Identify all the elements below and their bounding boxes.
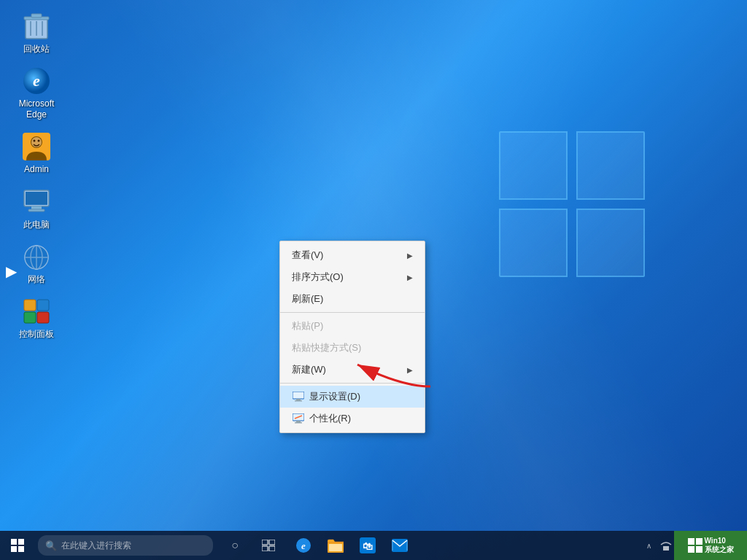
svg-text:🛍: 🛍 [363, 540, 373, 552]
context-menu-item-personalize[interactable]: 个性化(R) [280, 408, 425, 429]
context-menu-refresh-label: 刷新(E) [292, 292, 323, 306]
admin-label: Admin [24, 164, 49, 174]
context-menu-separator-2 [280, 383, 425, 384]
svg-rect-31 [295, 422, 302, 424]
desktop-icon-recycle-bin[interactable]: 回收站 [7, 7, 66, 58]
context-menu-item-paste[interactable]: 粘贴(P) [280, 315, 425, 337]
desktop-icons-area: 回收站 e Microsoft Edge [7, 7, 66, 344]
submenu-arrow-new: ▶ [407, 366, 413, 374]
svg-text:e: e [301, 540, 306, 551]
svg-rect-28 [295, 400, 302, 402]
desktop-icon-admin[interactable]: Admin [7, 128, 66, 179]
win-logo-pane-bl [499, 209, 568, 277]
svg-rect-15 [31, 206, 42, 209]
this-pc-label: 此电脑 [23, 219, 50, 230]
svg-rect-37 [269, 546, 275, 551]
control-panel-icon [22, 297, 51, 326]
network-label: 网络 [28, 274, 45, 284]
tray-network[interactable] [657, 531, 675, 560]
win-logo-pane-br [576, 209, 645, 277]
network-icon [22, 242, 51, 271]
svg-rect-16 [28, 209, 44, 211]
context-menu-view-label: 查看(V) [292, 249, 323, 262]
svg-rect-35 [269, 540, 275, 545]
tray-show-hidden[interactable]: ∧ [640, 531, 657, 560]
control-panel-label: 控制面板 [19, 329, 54, 339]
context-menu: 查看(V) ▶ 排序方式(O) ▶ 刷新(E) 粘贴(P) [279, 241, 425, 433]
taskbar-search-placeholder: 在此键入进行搜索 [61, 540, 131, 552]
context-menu-item-sort-by[interactable]: 排序方式(O) ▶ [280, 266, 425, 288]
svg-rect-36 [262, 546, 268, 551]
win10-badge-line1: Win10 [705, 537, 734, 545]
windows-logo-decoration [499, 131, 645, 277]
svg-rect-22 [24, 300, 36, 311]
desktop-icon-network[interactable]: 网络 [7, 238, 66, 289]
desktop-icon-this-pc[interactable]: 此电脑 [7, 183, 66, 234]
admin-icon [22, 132, 51, 161]
svg-point-12 [38, 140, 40, 142]
context-menu-personalize-label: 个性化(R) [309, 412, 351, 425]
context-menu-sort-label: 排序方式(O) [292, 271, 344, 284]
taskbar-pinned-apps: e 🛍 [287, 531, 416, 560]
svg-rect-24 [24, 312, 36, 323]
svg-rect-2 [31, 14, 42, 18]
start-pane-1 [11, 539, 17, 545]
edge-label-line2: Edge [26, 109, 47, 120]
submenu-arrow-sort: ▶ [407, 273, 413, 281]
context-menu-paste-shortcut-label: 粘贴快捷方式(S) [292, 341, 361, 354]
context-menu-item-display-settings[interactable]: 显示设置(D) [280, 386, 425, 408]
taskbar-search-box[interactable]: 🔍 在此键入进行搜索 [38, 535, 213, 556]
taskbar-app-edge[interactable]: e [287, 531, 320, 560]
taskbar-app-store[interactable]: 🛍 [352, 531, 384, 560]
taskbar-search-icon: 🔍 [45, 540, 57, 551]
start-pane-3 [11, 546, 17, 552]
svg-point-21 [25, 246, 48, 269]
edge-icon: e [22, 66, 51, 96]
win-logo-pane-tr [576, 131, 645, 200]
recycle-bin-icon [22, 12, 51, 41]
cortana-button[interactable]: ○ [219, 531, 251, 560]
personalize-icon [292, 413, 305, 424]
context-menu-item-paste-shortcut[interactable]: 粘贴快捷方式(S) [280, 337, 425, 359]
win10-logo-icon [688, 538, 703, 553]
svg-rect-30 [296, 421, 301, 422]
recycle-bin-label: 回收站 [23, 44, 50, 54]
start-pane-4 [18, 546, 24, 552]
desktop-icon-control-panel[interactable]: 控制面板 [7, 292, 66, 343]
win10-badge-line2: 系统之家 [705, 545, 734, 554]
edge-label-line1: Microsoft [19, 98, 55, 109]
taskbar-app-mail[interactable] [384, 531, 416, 560]
svg-rect-44 [392, 539, 408, 552]
this-pc-icon [22, 187, 51, 217]
submenu-arrow-view: ▶ [407, 252, 413, 260]
desktop: 回收站 e Microsoft Edge [0, 0, 747, 560]
context-menu-separator-1 [280, 312, 425, 313]
task-view-button[interactable] [252, 531, 285, 560]
win-logo-pane-tl [499, 131, 568, 200]
taskbar-app-file-explorer[interactable] [320, 531, 352, 560]
svg-rect-27 [296, 399, 301, 400]
svg-text:e: e [33, 71, 40, 90]
context-menu-item-view[interactable]: 查看(V) ▶ [280, 244, 425, 266]
svg-rect-41 [329, 544, 342, 551]
svg-rect-26 [293, 392, 304, 399]
context-menu-display-settings-label: 显示设置(D) [309, 390, 360, 403]
taskbar: 🔍 在此键入进行搜索 ○ e [0, 531, 747, 560]
svg-rect-14 [26, 192, 47, 205]
svg-point-11 [34, 140, 36, 142]
context-menu-item-refresh[interactable]: 刷新(E) [280, 288, 425, 310]
start-button-logo [11, 539, 24, 552]
desktop-icon-edge[interactable]: e Microsoft Edge [7, 62, 66, 124]
svg-rect-25 [37, 312, 49, 323]
start-pane-2 [18, 539, 24, 545]
taskbar-middle-area: ○ [219, 531, 285, 560]
context-menu-new-label: 新建(W) [292, 363, 326, 376]
svg-rect-23 [37, 300, 49, 311]
context-menu-item-new[interactable]: 新建(W) ▶ [280, 359, 425, 381]
display-settings-icon [292, 391, 305, 402]
svg-rect-47 [663, 546, 669, 551]
svg-rect-34 [262, 540, 268, 545]
context-menu-paste-label: 粘贴(P) [292, 319, 323, 332]
win10-watermark: Win10 系统之家 [674, 531, 747, 560]
start-button[interactable] [0, 531, 35, 560]
